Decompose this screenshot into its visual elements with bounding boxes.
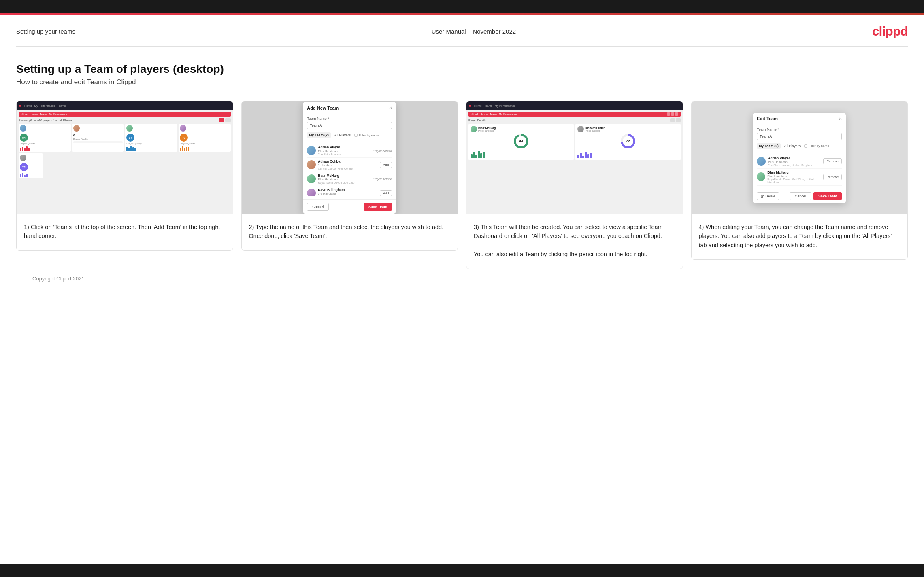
player-avatar: [307, 174, 316, 183]
save-team-button[interactable]: Save Team: [364, 203, 392, 211]
card-1-text: 1) Click on 'Teams' at the top of the sc…: [17, 214, 233, 250]
edit-player-avatar: [757, 172, 765, 181]
edit-cancel-button[interactable]: Cancel: [790, 192, 811, 200]
edit-team-name-input[interactable]: [757, 133, 842, 140]
player-name: Adrian Player: [318, 145, 341, 149]
player-row: Adrian Coliba 1 Handicap Central London …: [307, 158, 392, 172]
cards-row: Home My Performance Teams clippd Home Te…: [16, 101, 908, 269]
remove-player-button[interactable]: Remove: [823, 174, 842, 180]
cancel-button[interactable]: Cancel: [307, 203, 329, 211]
clippd-logo: clippd: [872, 24, 908, 38]
delete-label: Delete: [765, 194, 775, 198]
edit-player-avatar: [757, 157, 766, 166]
card-3-text: 3) This Team will then be created. You c…: [466, 214, 683, 269]
edit-player-name: Blair McHarg: [767, 170, 823, 174]
player-list: Adrian Player Plus Handicap The Shire Lo…: [307, 144, 392, 196]
player-avatar: [307, 189, 316, 196]
delete-team-button[interactable]: 🗑 Delete: [757, 192, 779, 200]
edit-player-row: Blair McHarg Plus Handicap Royal North D…: [757, 169, 842, 186]
edit-filter-checkbox[interactable]: [804, 144, 807, 148]
card-4-text: 4) When editing your Team, you can chang…: [692, 214, 908, 259]
player-club: The Shire London: [318, 153, 341, 156]
copyright-text: Copyright Clippd 2021: [32, 276, 85, 282]
page-footer: Copyright Clippd 2021: [16, 269, 908, 288]
edit-player-club: Royal North Devon Golf Club, United King…: [767, 178, 823, 184]
page-title: Setting up a Team of players (desktop): [16, 63, 908, 76]
card-3: Home Teams My Performance clippd Home Te…: [466, 101, 683, 269]
filter-label: Filter by name: [359, 134, 379, 137]
player-handicap: Plus Handicap: [318, 178, 354, 181]
player-handicap: Plus Handicap: [318, 149, 341, 153]
screenshot-1: Home My Performance Teams clippd Home Te…: [17, 101, 233, 214]
page-subtitle: How to create and edit Teams in Clippd: [16, 78, 908, 86]
bottom-bar: [0, 564, 924, 577]
player-club: Central London Golf Centre: [318, 167, 353, 170]
header-section-title: Setting up your teams: [16, 28, 75, 35]
header-logo: clippd: [872, 24, 908, 39]
modal-close-icon[interactable]: ×: [389, 105, 392, 110]
edit-player-name: Adrian Player: [768, 156, 812, 160]
screenshot-4: Edit Team × Team Name * My Team (2) All …: [692, 101, 908, 214]
edit-player-row: Adrian Player Plus Handicap The Shire Lo…: [757, 155, 842, 169]
edit-team-modal: Edit Team × Team Name * My Team (2) All …: [753, 113, 846, 203]
player-added-badge: Player Added: [373, 149, 392, 153]
page-content: Setting up a Team of players (desktop) H…: [0, 47, 924, 300]
header-manual-title: User Manual – November 2022: [432, 28, 516, 35]
top-bar: [0, 0, 924, 13]
remove-player-button[interactable]: Remove: [823, 158, 842, 164]
add-player-button[interactable]: Add: [380, 162, 392, 168]
card-2-text: 2) Type the name of this Team and then s…: [242, 214, 458, 250]
edit-player-club: The Shire London, United Kingdom: [768, 164, 812, 167]
edit-team-name-label: Team Name *: [757, 127, 842, 132]
edit-modal-close-icon[interactable]: ×: [839, 116, 842, 121]
player-club: The Dog Maging Golf Club: [318, 195, 351, 196]
player-name: Dave Billingham: [318, 188, 351, 192]
team-name-label: Team Name *: [307, 117, 392, 121]
add-player-button[interactable]: Add: [380, 190, 392, 196]
player-added-badge: Player Added: [373, 177, 392, 181]
player-handicap: 1 Handicap: [318, 163, 353, 167]
player-row: Blair McHarg Plus Handicap Royal North D…: [307, 172, 392, 186]
edit-player-handicap: Plus Handicap: [767, 174, 823, 178]
card-4: Edit Team × Team Name * My Team (2) All …: [691, 101, 908, 260]
filter-checkbox[interactable]: [354, 134, 358, 137]
player-club: Royal North Devon Golf Club: [318, 181, 354, 184]
player-name: Blair McHarg: [318, 174, 354, 178]
header: Setting up your teams User Manual – Nove…: [0, 15, 924, 46]
screenshot-2: Add New Team × Team Name * My Team (2) A…: [242, 101, 458, 214]
player-row: Dave Billingham 5.6 Handicap The Dog Mag…: [307, 186, 392, 196]
edit-tab-all-players[interactable]: All Players: [782, 143, 803, 149]
edit-player-handicap: Plus Handicap: [768, 160, 812, 164]
card-2: Add New Team × Team Name * My Team (2) A…: [241, 101, 458, 251]
team-name-input[interactable]: [307, 122, 392, 129]
modal-title: Add New Team: [307, 106, 339, 110]
card-1: Home My Performance Teams clippd Home Te…: [16, 101, 233, 251]
tab-my-team[interactable]: My Team (2): [307, 132, 331, 138]
screenshot-3: Home Teams My Performance clippd Home Te…: [466, 101, 683, 214]
player-handicap: 5.6 Handicap: [318, 192, 351, 195]
player-avatar: [307, 146, 316, 155]
player-row: Adrian Player Plus Handicap The Shire Lo…: [307, 144, 392, 158]
edit-tab-my-team[interactable]: My Team (2): [757, 143, 781, 149]
trash-icon: 🗑: [760, 194, 764, 198]
player-name: Adrian Coliba: [318, 159, 353, 163]
edit-modal-title: Edit Team: [757, 116, 778, 121]
edit-filter-label: Filter by name: [809, 144, 829, 148]
save-team-button[interactable]: Save Team: [813, 192, 842, 200]
add-team-modal: Add New Team × Team Name * My Team (2) A…: [303, 102, 396, 214]
tab-all-players[interactable]: All Players: [332, 132, 353, 138]
player-avatar: [307, 160, 316, 169]
